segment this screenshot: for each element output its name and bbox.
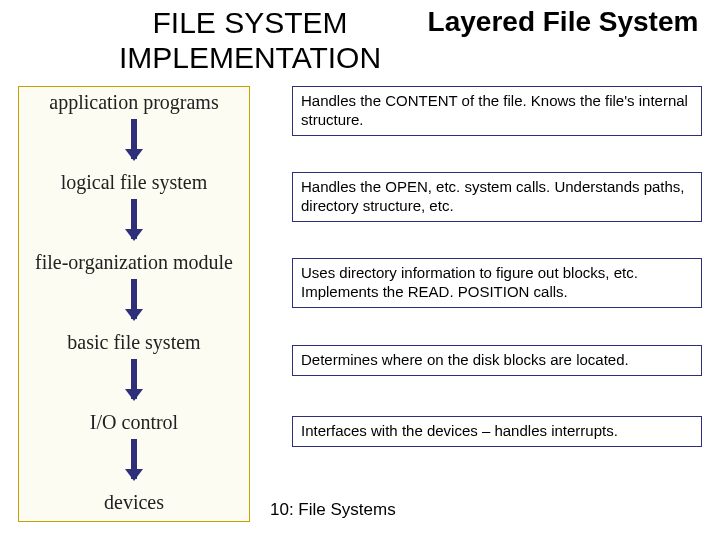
layer-stack-box: application programs logical file system… (18, 86, 250, 522)
arrow-down-icon (122, 279, 146, 319)
layer-io-control: I/O control (19, 411, 249, 434)
description-io-control: Interfaces with the devices – handles in… (292, 416, 702, 447)
description-file-organization: Uses directory information to figure out… (292, 258, 702, 308)
layer-logical-file-system: logical file system (19, 171, 249, 194)
arrow-down-icon (122, 359, 146, 399)
layer-application-programs: application programs (19, 91, 249, 114)
layer-basic-file-system: basic file system (19, 331, 249, 354)
slide-footer: 10: File Systems (270, 500, 396, 520)
description-logical-file-system: Handles the OPEN, etc. system calls. Und… (292, 172, 702, 222)
arrow-down-icon (122, 119, 146, 159)
slide-title-left: FILE SYSTEM IMPLEMENTATION (100, 6, 400, 75)
layer-devices: devices (19, 491, 249, 514)
arrow-down-icon (122, 199, 146, 239)
description-basic-file-system: Determines where on the disk blocks are … (292, 345, 702, 376)
slide-title-right: Layered File System (420, 6, 706, 38)
slide: FILE SYSTEM IMPLEMENTATION Layered File … (0, 0, 720, 540)
arrow-down-icon (122, 439, 146, 479)
description-application-programs: Handles the CONTENT of the file. Knows t… (292, 86, 702, 136)
layer-file-organization-module: file-organization module (19, 251, 249, 274)
